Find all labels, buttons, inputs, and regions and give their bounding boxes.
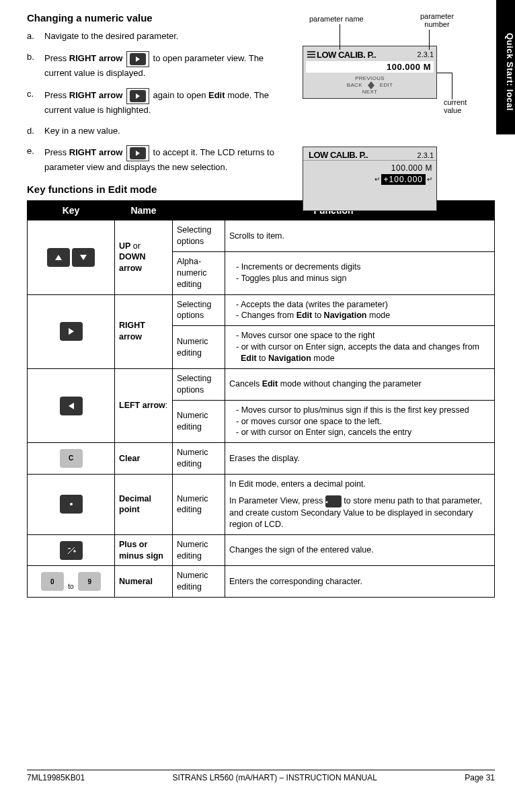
page-footer: 7ML19985KB01 SITRANS LR560 (mA/HART) – I… [27, 770, 495, 782]
fn-item: Moves cursor to plus/minus sign if this … [236, 405, 490, 416]
fn-item: Accepts the data (writes the parameter) [236, 299, 490, 311]
footer-left: 7ML19985KB01 [27, 773, 85, 782]
step-text: Press RIGHT arrow to open parameter view… [44, 51, 289, 80]
svg-marker-1 [136, 93, 140, 99]
mode: Numeric editing [173, 443, 225, 475]
enter-icon: ↵ [427, 175, 432, 183]
lcd1-nav: PREVIOUS BACK EDIT NEXT [303, 74, 436, 98]
svg-marker-10 [69, 403, 74, 409]
lcd2-number: 2.3.1 [418, 151, 434, 159]
table-row: Decimal point Numeric editing In Edit mo… [28, 475, 495, 535]
side-tab: Quick Start: local [496, 0, 515, 134]
lcd2-edit-value: +100.000 [381, 174, 426, 185]
menu-icon [306, 49, 317, 60]
fn: Enters the corresponding character. [225, 566, 495, 598]
text: Press [44, 90, 69, 100]
plus-minus-key-icon [60, 541, 83, 560]
svg-marker-7 [55, 255, 62, 260]
fn-item: or moves cursor one space to the left. [236, 416, 490, 428]
svg-point-11 [70, 503, 73, 505]
name-decimal: Decimal point [115, 475, 173, 535]
right-arrow-icon [126, 88, 149, 104]
mode: Selecting options [173, 220, 225, 252]
lcd1-title: LOW CALIB. P.. [317, 50, 418, 60]
step-b: b. Press RIGHT arrow to open parameter v… [27, 51, 289, 80]
nav-back: BACK [347, 83, 362, 88]
lcd1-value: 100.000 M [306, 61, 434, 73]
lcd2-title: LOW CALIB. P.. [306, 150, 418, 160]
left-arrow-icon [60, 397, 83, 415]
up-arrow-icon [47, 248, 70, 267]
step-c: c. Press RIGHT arrow again to open Edit … [27, 88, 289, 117]
lcd-panel-2: LOW CALIB. P.. 2.3.1 100.000 M ↵ +100.00… [303, 147, 437, 211]
right-arrow-icon [126, 51, 149, 67]
lcd2-value1: 100.000 M [307, 163, 432, 173]
numeral-keys: 0 to 9 [28, 566, 115, 598]
text: Press [44, 148, 69, 158]
clear-key-icon: C [60, 449, 83, 468]
zero-key-icon: 0 [41, 572, 64, 591]
name-right: RIGHT arrow [115, 294, 173, 368]
fn-item: or with cursor on Enter sign, cancels th… [236, 427, 490, 438]
mode: Numeric editing [173, 400, 225, 443]
name-left: LEFT arrow: [115, 368, 173, 442]
step-d: d. Key in a new value. [27, 125, 289, 138]
step-marker: c. [27, 88, 44, 117]
fn: Increments or decrements digits Toggles … [225, 251, 495, 294]
right-arrow-icon [60, 322, 83, 341]
right-arrow-icon [126, 145, 149, 161]
fn: Cancels Edit mode without changing the p… [225, 368, 495, 400]
text: again to open [153, 90, 208, 100]
footer-right: Page 31 [465, 773, 495, 782]
step-marker: b. [27, 51, 44, 80]
annot-current-value: current value [444, 98, 473, 114]
lcd-panel-1: LOW CALIB. P.. 2.3.1 100.000 M PREVIOUS … [303, 46, 437, 99]
step-a: a. Navigate to the desired parameter. [27, 30, 289, 43]
th-name: Name [115, 201, 173, 220]
fn: Moves cursor to plus/minus sign if this … [225, 400, 495, 443]
key-functions-table: Key Name Function UP or DOWN arrow Selec… [27, 200, 495, 598]
step-marker: d. [27, 125, 44, 138]
svg-rect-3 [307, 51, 315, 52]
footer-center: SITRANS LR560 (mA/HART) – INSTRUCTION MA… [172, 773, 377, 782]
svg-marker-9 [69, 328, 74, 335]
table-row: 0 to 9 Numeral Numeric editing Enters th… [28, 566, 495, 598]
bold: Edit [208, 90, 225, 100]
fn-item: Toggles plus and minus sign [236, 273, 490, 284]
table-row: RIGHT arrow Selecting options Accepts th… [28, 294, 495, 326]
nav-edit: EDIT [380, 83, 393, 88]
name-numeral: Numeral [115, 566, 173, 598]
mode: Alpha-numeric editing [173, 251, 225, 294]
fn-line: In Parameter View, press to store menu p… [229, 495, 490, 530]
nav-next: NEXT [303, 89, 436, 95]
bold: RIGHT arrow [69, 90, 122, 100]
decimal-key-icon [325, 495, 342, 508]
name-updown: UP or DOWN arrow [115, 220, 173, 294]
fn: Erases the display. [225, 443, 495, 475]
table-row: LEFT arrow: Selecting options Cancels Ed… [28, 368, 495, 400]
mode: Selecting options [173, 368, 225, 400]
fn: Scrolls to item. [225, 220, 495, 252]
svg-rect-5 [307, 56, 315, 58]
fn-item: Moves cursor one space to the right [236, 330, 490, 341]
nav-previous: PREVIOUS [303, 76, 436, 81]
mode: Numeric editing [173, 475, 225, 535]
th-key: Key [28, 201, 115, 220]
annot-param-number: parameter number [417, 12, 457, 28]
step-text: Navigate to the desired parameter. [44, 30, 178, 43]
lcd1-number: 2.3.1 [418, 50, 434, 58]
annot-param-name: parameter name [309, 15, 364, 23]
fn: Changes the sign of the entered value. [225, 534, 495, 566]
mode: Numeric editing [173, 326, 225, 369]
svg-marker-2 [136, 151, 140, 156]
name-clear: Clear [115, 443, 173, 475]
svg-rect-4 [307, 54, 315, 55]
fn-item: or with cursor on Enter sign, accepts th… [236, 341, 490, 364]
mode: Numeric editing [173, 534, 225, 566]
table-row: Plus or minus sign Numeric editing Chang… [28, 534, 495, 566]
name-plusminus: Plus or minus sign [115, 534, 173, 566]
fn-item: Increments or decrements digits [236, 261, 490, 273]
down-arrow-icon [72, 248, 95, 267]
svg-point-12 [325, 501, 327, 503]
step-marker: a. [27, 30, 44, 43]
